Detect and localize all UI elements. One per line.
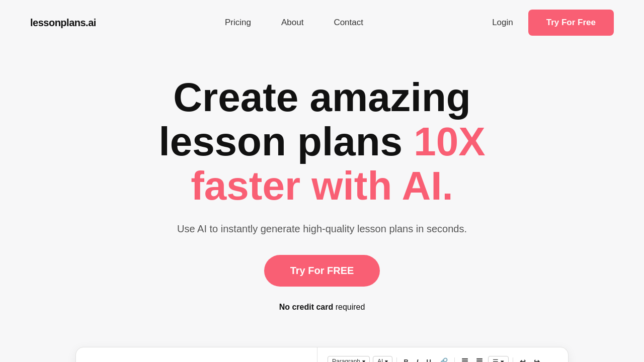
preview-left-panel: Lesson Plan Generator Provide a lesson d… [76, 347, 317, 362]
nav-about[interactable]: About [281, 18, 303, 28]
chevron-down-icon-align: ▾ [501, 358, 504, 363]
toolbar-separator-1 [396, 357, 397, 362]
nav-contact[interactable]: Contact [334, 18, 363, 28]
headline-line3: faster with AI. [191, 163, 453, 208]
chevron-down-icon: ▾ [362, 358, 365, 362]
ai-label: AI [377, 358, 383, 362]
ai-dropdown[interactable]: AI ▾ [373, 356, 392, 362]
no-credit-card-notice: No credit card required [20, 303, 624, 312]
hero-subtitle: Use AI to instantly generate high-qualit… [146, 223, 498, 235]
bold-button[interactable]: B [401, 356, 411, 363]
login-link[interactable]: Login [492, 18, 513, 28]
headline-line1: Create amazing [173, 75, 470, 120]
nav-pricing[interactable]: Pricing [225, 18, 251, 28]
paragraph-label: Paragraph [332, 358, 360, 362]
headline-line2-normal: lesson plans [158, 119, 414, 164]
no-cc-normal: required [333, 303, 365, 311]
toolbar-separator-3 [513, 357, 513, 362]
underline-button[interactable]: U [424, 356, 433, 363]
hero-cta-button[interactable]: Try For FREE [264, 255, 380, 287]
undo-button[interactable]: ↩ [517, 356, 528, 362]
toolbar-separator-2 [454, 357, 455, 362]
chevron-down-icon-ai: ▾ [385, 358, 388, 362]
italic-button[interactable]: I [414, 356, 421, 363]
editor-toolbar: Paragraph ▾ AI ▾ B I U 🔗 ☰ ☰ ☰ ▾ ↩ ↪ [328, 355, 558, 362]
logo[interactable]: lessonplans.ai [30, 17, 96, 29]
link-button[interactable]: 🔗 [437, 356, 450, 362]
hero-section: Create amazing lesson plans 10X faster w… [0, 45, 644, 332]
align-dropdown[interactable]: ☰ ▾ [488, 356, 509, 363]
paragraph-dropdown[interactable]: Paragraph ▾ [328, 356, 370, 362]
ordered-list-button[interactable]: ☰ [473, 355, 485, 362]
align-icon: ☰ [493, 358, 499, 363]
nav-try-button[interactable]: Try For Free [528, 10, 614, 36]
hero-headline: Create amazing lesson plans 10X faster w… [96, 75, 548, 208]
unordered-list-button[interactable]: ☰ [459, 355, 470, 362]
nav-right: Login Try For Free [492, 10, 614, 36]
navbar: lessonplans.ai Pricing About Contact Log… [0, 0, 644, 45]
no-cc-bold: No credit card [279, 303, 334, 311]
preview-window: Lesson Plan Generator Provide a lesson d… [75, 347, 569, 362]
preview-right-panel: Paragraph ▾ AI ▾ B I U 🔗 ☰ ☰ ☰ ▾ ↩ ↪ To [317, 347, 568, 362]
redo-button[interactable]: ↪ [531, 356, 542, 362]
nav-links: Pricing About Contact [225, 18, 363, 28]
logo-text: lessonplans.ai [30, 17, 96, 28]
headline-highlight: 10X [414, 119, 485, 164]
